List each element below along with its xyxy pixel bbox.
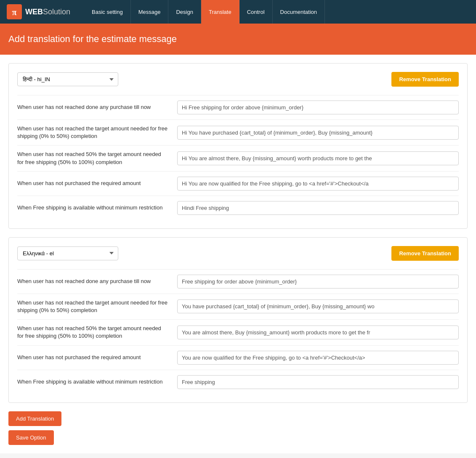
form-label-hindi-1: When user has not reached done any purch… <box>17 103 177 111</box>
nav-basic-setting[interactable]: Basic setting <box>84 0 131 24</box>
form-label-greek-4: When user has not purchased the required… <box>17 354 177 361</box>
main-nav: Basic setting Message Design Translate C… <box>84 0 325 24</box>
form-input-hindi-3[interactable] <box>177 151 459 165</box>
logo-icon: π <box>7 4 22 19</box>
page-title: Add translation for the estimate message <box>8 34 468 45</box>
nav-design[interactable]: Design <box>168 0 201 24</box>
form-label-greek-1: When user has not reached done any purch… <box>17 278 177 285</box>
translation-header-greek: Ελληνικά - el हिन्दी - hi_IN English - e… <box>17 246 459 261</box>
form-row-greek-5: When Free shipping is available without … <box>17 370 459 394</box>
form-row-hindi-3: When user has not reached 50% the target… <box>17 145 459 171</box>
form-input-greek-5[interactable] <box>177 375 459 389</box>
save-option-button[interactable]: Save Option <box>8 430 54 445</box>
footer-buttons: Add Translation Save Option <box>8 411 468 445</box>
translation-block-greek: Ελληνικά - el हिन्दी - hi_IN English - e… <box>8 237 468 403</box>
nav-documentation[interactable]: Documentation <box>273 0 325 24</box>
translation-header-hindi: हिन्दी - hi_IN Ελληνικά - el English - e… <box>17 72 459 87</box>
form-input-hindi-1[interactable] <box>177 101 459 114</box>
form-row-hindi-4: When user has not purchased the required… <box>17 171 459 196</box>
form-input-greek-3[interactable] <box>177 326 459 339</box>
page-header: Add translation for the estimate message <box>0 24 476 55</box>
form-label-greek-5: When Free shipping is available without … <box>17 378 177 386</box>
content-area: हिन्दी - hi_IN Ελληνικά - el English - e… <box>0 55 476 453</box>
form-row-hindi-1: When user has not reached done any purch… <box>17 95 459 119</box>
form-row-greek-3: When user has not reached 50% the target… <box>17 319 459 345</box>
form-input-greek-2[interactable] <box>177 299 459 313</box>
form-row-greek-4: When user has not purchased the required… <box>17 345 459 370</box>
form-row-greek-1: When user has not reached done any purch… <box>17 269 459 294</box>
form-input-greek-1[interactable] <box>177 275 459 289</box>
form-input-hindi-2[interactable] <box>177 126 459 140</box>
form-row-hindi-5: When Free shipping is available without … <box>17 196 459 220</box>
translation-block-hindi: हिन्दी - hi_IN Ελληνικά - el English - e… <box>8 63 468 229</box>
form-input-hindi-4[interactable] <box>177 177 459 191</box>
form-input-greek-4[interactable] <box>177 351 459 365</box>
svg-text:π: π <box>12 8 17 17</box>
form-input-hindi-5[interactable] <box>177 201 459 215</box>
form-label-hindi-5: When Free shipping is available without … <box>17 204 177 212</box>
language-select-hindi[interactable]: हिन्दी - hi_IN Ελληνικά - el English - e… <box>17 72 118 86</box>
nav-translate[interactable]: Translate <box>201 0 239 24</box>
remove-translation-button-greek[interactable]: Remove Translation <box>391 246 459 261</box>
nav-control[interactable]: Control <box>239 0 273 24</box>
form-row-hindi-2: When user has not reached the target amo… <box>17 119 459 145</box>
remove-translation-button-hindi[interactable]: Remove Translation <box>391 72 459 87</box>
form-label-hindi-4: When user has not purchased the required… <box>17 180 177 187</box>
form-label-greek-3: When user has not reached 50% the target… <box>17 325 177 340</box>
logo-area: π WEBSolution <box>0 4 84 19</box>
logo-text: WEBSolution <box>25 8 70 16</box>
form-label-hindi-2: When user has not reached the target amo… <box>17 125 177 140</box>
language-select-greek[interactable]: Ελληνικά - el हिन्दी - hi_IN English - e… <box>17 246 118 260</box>
add-translation-button[interactable]: Add Translation <box>8 411 61 426</box>
header: π WEBSolution Basic setting Message Desi… <box>0 0 476 24</box>
form-row-greek-2: When user has not reached the target amo… <box>17 294 459 319</box>
form-label-hindi-3: When user has not reached 50% the target… <box>17 151 177 166</box>
nav-message[interactable]: Message <box>131 0 169 24</box>
form-label-greek-2: When user has not reached the target amo… <box>17 299 177 314</box>
